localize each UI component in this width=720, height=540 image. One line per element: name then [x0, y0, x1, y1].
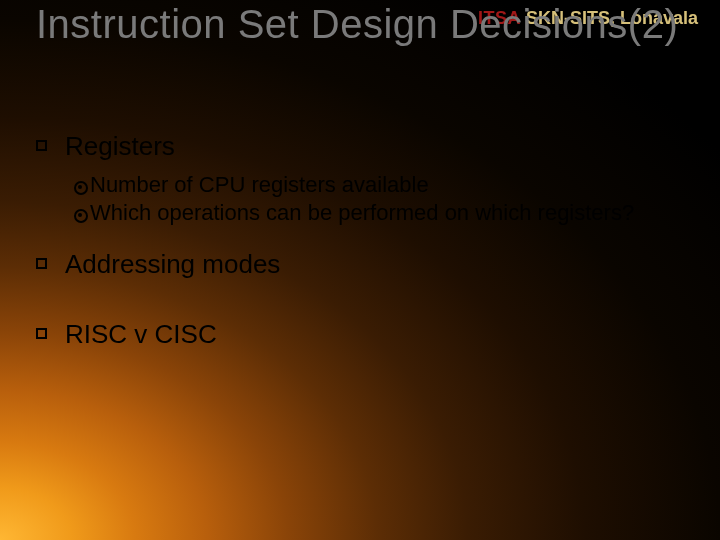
list-item-label: Addressing modes	[65, 248, 280, 281]
square-bullet-icon	[36, 140, 47, 151]
sub-list: Number of CPU registers available Which …	[72, 171, 684, 228]
sub-item-label: Number of CPU registers available	[90, 172, 429, 197]
list-item-label: Registers	[65, 130, 175, 163]
sub-list-item: Which operations can be performed on whi…	[72, 199, 684, 228]
target-bullet-icon	[72, 207, 86, 221]
list-item: Addressing modes	[36, 248, 684, 281]
slide-body: Registers Number of CPU registers availa…	[36, 130, 684, 359]
target-bullet-icon	[72, 179, 86, 193]
square-bullet-icon	[36, 328, 47, 339]
slide-title: Instruction Set Design Decisions(2)	[36, 2, 680, 47]
list-item: Registers	[36, 130, 684, 163]
square-bullet-icon	[36, 258, 47, 269]
sub-item-label: Which operations can be performed on whi…	[90, 200, 634, 225]
list-item-label: RISC v CISC	[65, 318, 217, 351]
sub-list-item: Number of CPU registers available	[72, 171, 684, 200]
list-item: RISC v CISC	[36, 318, 684, 351]
